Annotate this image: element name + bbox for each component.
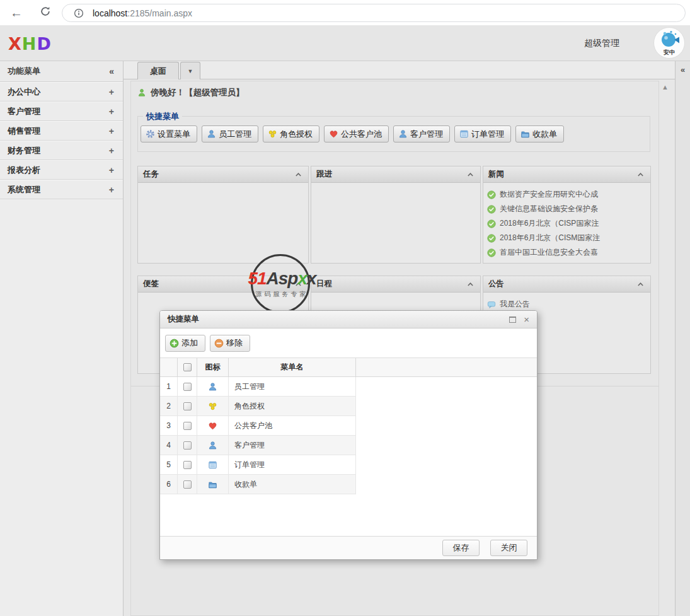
icon-column-header: 图标: [197, 358, 229, 376]
chevron-up-icon[interactable]: [295, 282, 302, 287]
dialog-toolbar: 添加 移除: [160, 328, 537, 357]
news-item[interactable]: 2018年6月北京（CISP国家注: [487, 216, 647, 231]
dialog-footer: 保存 关闭: [160, 536, 537, 559]
row-checkbox[interactable]: [183, 480, 192, 489]
quick-menu-dialog: 快捷菜单 × 添加 移除 图标 菜单名 1 员工管理 2: [159, 310, 538, 560]
receipt-icon: [520, 129, 530, 139]
select-all-cell: [178, 358, 197, 376]
panel-title: 日程: [316, 279, 332, 289]
heart-icon: [329, 129, 338, 139]
add-button[interactable]: 添加: [165, 335, 205, 352]
panel-news: 新闻 数据资产安全应用研究中心成 关键信息基础设施安全保护条 2018年6月北京…: [483, 166, 651, 264]
news-item[interactable]: 2018年6月北京（CISM国家注: [487, 231, 647, 245]
quick-button-employees[interactable]: 员工管理: [202, 125, 258, 142]
sidebar-item-system[interactable]: 系统管理+: [0, 180, 123, 199]
quick-button-orders[interactable]: 订单管理: [454, 125, 511, 142]
chevron-up-icon[interactable]: [637, 172, 644, 177]
check-icon: [487, 248, 496, 257]
panel-title: 新闻: [488, 169, 504, 180]
name-column-header: 菜单名: [229, 358, 356, 376]
table-row[interactable]: 6 收款单: [160, 475, 537, 494]
quick-menu-legend: 快捷菜单: [143, 111, 182, 122]
close-button[interactable]: 关闭: [490, 540, 527, 556]
user-icon: [207, 129, 216, 139]
chevron-up-icon[interactable]: [295, 172, 302, 177]
news-item[interactable]: 数据资产安全应用研究中心成: [487, 187, 647, 202]
sidebar-item-office[interactable]: 办公中心+: [0, 82, 123, 102]
plus-icon: +: [109, 107, 114, 117]
tab-bar: 桌面 ▼: [124, 61, 675, 79]
dialog-titlebar[interactable]: 快捷菜单 ×: [160, 311, 537, 328]
row-checkbox[interactable]: [183, 383, 192, 391]
quick-button-receipts[interactable]: 收款单: [515, 125, 564, 142]
app-header: XHD 超级管理 安中: [0, 25, 690, 61]
gear-icon: [146, 129, 155, 139]
table-row[interactable]: 4 客户管理: [160, 436, 537, 455]
panel-followup: 跟进: [311, 166, 481, 264]
row-checkbox[interactable]: [183, 461, 192, 469]
quick-menu-buttons: 设置菜单 员工管理 角色授权 公共客户池 客户管理 订单管理 收款单: [141, 125, 564, 142]
greeting: 傍晚好！【超级管理员】: [137, 87, 244, 98]
row-checkbox[interactable]: [183, 402, 192, 410]
sidebar-item-finance[interactable]: 财务管理+: [0, 141, 123, 160]
app-logo: XHD: [8, 34, 52, 54]
dialog-title: 快捷菜单: [168, 314, 509, 325]
address-bar[interactable]: localhost:2185/main.aspx: [62, 4, 686, 22]
tab-dropdown-icon[interactable]: ▼: [180, 62, 200, 79]
announcement-item[interactable]: 我是公告: [487, 297, 647, 311]
table-row[interactable]: 5 订单管理: [160, 455, 537, 475]
user-online-icon: [137, 88, 146, 97]
sidebar-collapse-icon[interactable]: «: [109, 66, 114, 76]
roles-icon: [208, 402, 217, 411]
sidebar-item-sales[interactable]: 销售管理+: [0, 121, 123, 141]
check-icon: [487, 190, 496, 199]
refresh-icon[interactable]: [38, 5, 53, 20]
order-icon: [459, 129, 469, 139]
panel-title: 任务: [143, 169, 159, 180]
sidebar-title: 功能菜单: [8, 66, 40, 77]
sidebar-item-customers[interactable]: 客户管理+: [0, 102, 123, 121]
select-all-checkbox[interactable]: [183, 363, 192, 371]
news-item[interactable]: 首届中国工业信息安全大会嘉: [487, 245, 647, 260]
avatar[interactable]: 安中: [653, 27, 685, 59]
close-icon[interactable]: ×: [524, 315, 529, 324]
table-row[interactable]: 2 角色授权: [160, 397, 537, 416]
panel-tasks: 任务: [137, 166, 309, 264]
browser-toolbar: ← localhost:2185/main.aspx: [0, 0, 690, 25]
sidebar-header: 功能菜单 «: [0, 61, 123, 82]
remove-button[interactable]: 移除: [210, 335, 250, 352]
avatar-caption: 安中: [663, 49, 675, 55]
quick-button-customers[interactable]: 客户管理: [393, 125, 450, 142]
news-item[interactable]: 关键信息基础设施安全保护条: [487, 202, 647, 216]
bubble-icon: [487, 300, 496, 309]
page-info-icon[interactable]: [74, 8, 84, 18]
row-checkbox[interactable]: [183, 422, 192, 430]
order-icon: [208, 460, 217, 470]
plus-icon: +: [109, 126, 114, 136]
panel-title: 便签: [143, 279, 159, 289]
back-icon[interactable]: ←: [9, 5, 24, 20]
tab-desktop[interactable]: 桌面: [137, 62, 179, 79]
table-row[interactable]: 3 公共客户池: [160, 416, 537, 436]
chevron-up-icon[interactable]: [637, 282, 644, 287]
scroll-up-icon[interactable]: ▲: [662, 83, 669, 91]
panel-title: 跟进: [316, 169, 332, 180]
save-button[interactable]: 保存: [442, 540, 480, 556]
panel-title: 公告: [488, 279, 504, 289]
user-icon: [208, 441, 217, 450]
row-checkbox[interactable]: [183, 441, 192, 450]
sidebar: 功能菜单 « 办公中心+ 客户管理+ 销售管理+ 财务管理+ 报表分析+ 系统管…: [0, 61, 124, 616]
table-row[interactable]: 1 员工管理: [160, 377, 537, 397]
quick-button-customer-pool[interactable]: 公共客户池: [324, 125, 389, 142]
maximize-icon[interactable]: [509, 317, 516, 323]
add-icon: [170, 339, 179, 348]
east-collapse-icon[interactable]: «: [676, 65, 690, 74]
quick-button-settings[interactable]: 设置菜单: [141, 125, 197, 142]
quick-button-roles[interactable]: 角色授权: [263, 125, 319, 142]
chevron-up-icon[interactable]: [467, 172, 474, 177]
check-icon: [487, 219, 496, 228]
user-icon: [398, 129, 408, 139]
plus-icon: +: [109, 165, 114, 175]
chevron-up-icon[interactable]: [467, 282, 474, 287]
sidebar-item-reports[interactable]: 报表分析+: [0, 160, 123, 180]
